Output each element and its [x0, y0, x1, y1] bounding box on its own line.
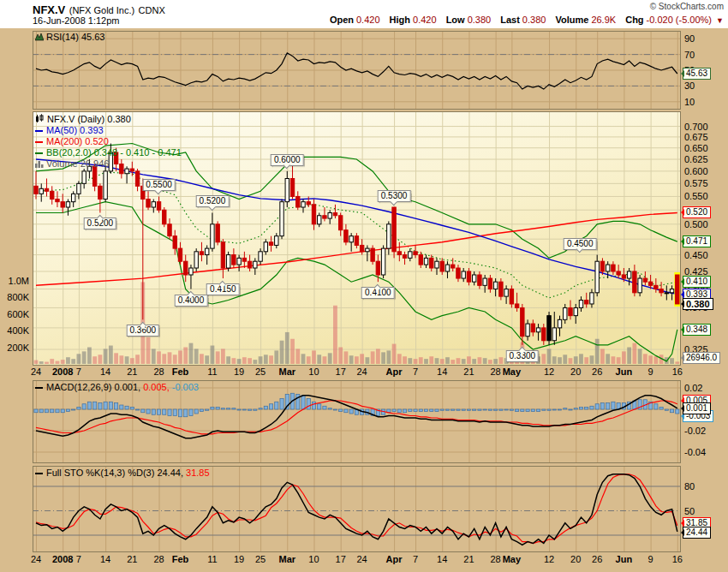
area-chart-icon: [35, 33, 44, 44]
date-tick-label: 28: [491, 366, 501, 377]
price-value-box: 0.520: [683, 206, 711, 218]
callout-pointer-icon: [518, 347, 525, 354]
price-axis-label: 0.450: [684, 250, 708, 260]
axis-arrow-icon: [677, 291, 684, 298]
price-annotation: 0.5200: [84, 217, 117, 229]
stochastic-chart: [33, 466, 681, 552]
ma50-legend-label: MA(50) 0.393: [46, 125, 104, 135]
date-tick-label: 7: [413, 366, 418, 377]
date-tick-label: 21: [127, 554, 137, 564]
date-tick-label: 12: [544, 554, 554, 564]
price-annotation: 0.5200: [196, 195, 230, 207]
date-tick-label: 7: [76, 366, 81, 377]
symbol: NFX.V: [33, 3, 65, 16]
date-tick-label: Mar: [278, 366, 295, 377]
date-tick-label: 2008: [52, 366, 73, 377]
date-tick-label: 20: [570, 554, 581, 564]
date-tick-label: 21: [127, 366, 137, 377]
price-axis-label: 0.625: [684, 154, 708, 164]
sto-legend-d: 31.85: [186, 468, 210, 478]
rsi-axis-label: 10: [684, 97, 695, 107]
timestamp: 16-Jun-2008 1:12pm: [33, 15, 120, 26]
date-tick-label: 24: [31, 554, 41, 564]
date-tick-label: 19: [234, 366, 244, 377]
price-axis-label: 0.600: [684, 166, 708, 176]
volume-axis-label: 1.0M: [0, 276, 29, 286]
date-tick-label: 17: [336, 366, 346, 377]
macd-legend: MACD(12,26,9) 0.001, 0.005, -0.003: [35, 382, 199, 393]
candlestick-icon: [35, 114, 45, 126]
date-tick-label: 7: [413, 554, 418, 564]
stockchart-page: NFX.V (NFX Gold Inc.) CDNX 16-Jun-2008 1…: [0, 0, 728, 572]
date-tick-label: 28: [153, 366, 164, 377]
macd-legend-signal: 0.005,: [143, 382, 170, 392]
date-tick-label: 26: [592, 366, 602, 377]
price-annotation: 0.5500: [142, 179, 176, 191]
date-tick-label: 10: [308, 554, 319, 564]
date-tick-label: 25: [255, 366, 266, 377]
open-value: 0.420: [356, 15, 380, 25]
sto-axis-label: 50: [684, 506, 695, 516]
date-tick-label: 28: [153, 554, 164, 564]
price-annotation: 0.4150: [206, 283, 240, 295]
date-tick-label: 28: [491, 554, 501, 564]
macd-axis-label: 0.02: [684, 383, 702, 393]
date-tick-label: 24: [357, 554, 367, 564]
rsi-legend-label: RSI(14) 45.63: [46, 32, 104, 42]
axis-arrow-icon: [677, 355, 684, 361]
axis-arrow-icon: [677, 520, 684, 527]
price-value-box: 26946.0: [683, 352, 720, 364]
ma50-dash-icon: [35, 130, 43, 132]
axis-arrow-icon: [677, 405, 684, 412]
price-annotation: 0.5300: [378, 190, 411, 202]
date-tick-label: 2008: [52, 554, 73, 564]
macd-value-box: 0.001: [683, 402, 711, 414]
price-annotation: 0.4100: [361, 287, 395, 299]
price-value-box: 0.410: [683, 276, 711, 288]
rsi-value-box: 45.63: [683, 68, 711, 80]
date-tick-label: 16: [672, 554, 683, 564]
chg-label: Chg: [625, 15, 643, 25]
high-label: High: [390, 15, 410, 25]
date-tick-label: May: [503, 554, 521, 564]
axis-arrow-icon: [677, 209, 684, 216]
date-tick-label: 21: [463, 366, 474, 377]
price-axis-label: 0.575: [684, 178, 708, 188]
date-tick-label: Jun: [616, 554, 633, 564]
rsi-legend: RSI(14) 45.63: [35, 32, 104, 44]
axis-arrow-icon: [677, 238, 684, 245]
low-value: 0.380: [468, 15, 492, 25]
high-value: 0.420: [413, 15, 437, 25]
last-label: Last: [500, 15, 520, 25]
date-tick-label: 14: [100, 366, 110, 377]
price-legend-title: NFX.V (Daily) 0.380: [47, 114, 131, 124]
macd-legend-hist: -0.003: [172, 382, 199, 392]
date-tick-label: Feb: [172, 554, 189, 564]
axis-arrow-icon: [677, 278, 684, 285]
date-tick-label: 11: [207, 366, 217, 377]
rsi-axis-label: 70: [684, 50, 695, 60]
date-tick-label: 9: [648, 554, 653, 564]
price-legend: NFX.V (Daily) 0.380 MA(50) 0.393 MA(200)…: [35, 114, 182, 170]
rsi-chart: [33, 31, 681, 110]
macd-axis-label: -0.04: [684, 447, 706, 457]
header: NFX.V (NFX Gold Inc.) CDNX 16-Jun-2008 1…: [0, 0, 728, 28]
volume-bars-icon: [35, 159, 44, 170]
date-tick-label: 21: [463, 554, 474, 564]
macd-dash-icon: [35, 387, 43, 389]
date-tick-label: Jun: [616, 366, 633, 377]
sto-axis-label: 80: [684, 481, 695, 492]
date-tick-label: 14: [100, 554, 110, 564]
date-tick-label: 12: [544, 366, 554, 377]
volume-value: 26.9K: [591, 15, 616, 25]
low-label: Low: [446, 15, 465, 25]
date-tick-label: 24: [31, 366, 41, 377]
sto-legend: Full STO %K(14,3) %D(3) 24.44, 31.85: [35, 468, 210, 479]
rsi-axis-label: 90: [684, 33, 695, 44]
volume-legend-label: Volume 26,946: [46, 158, 109, 169]
exchange: CDNX: [139, 5, 165, 15]
copyright: © StockCharts.com: [650, 2, 724, 11]
date-tick-label: 20: [570, 366, 581, 377]
date-tick-label: 26: [592, 554, 602, 564]
axis-arrow-icon: [677, 326, 684, 333]
